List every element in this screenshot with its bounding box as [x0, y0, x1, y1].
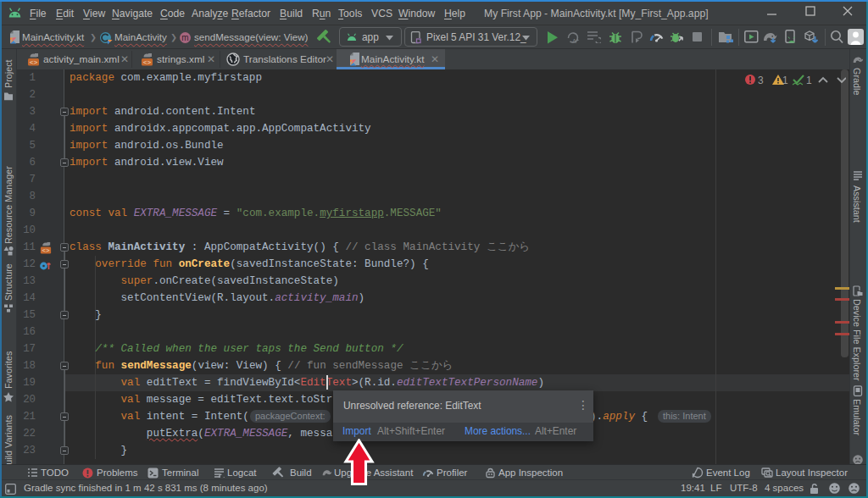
svg-text:1: 1: [782, 75, 788, 86]
svg-text:<>: <>: [143, 58, 152, 66]
svg-text:m: m: [181, 33, 188, 42]
svg-text:<>: <>: [30, 58, 38, 66]
svg-text:<>: <>: [42, 247, 50, 254]
svg-text:A: A: [572, 37, 576, 44]
svg-text:1: 1: [806, 75, 812, 86]
svg-text:3: 3: [758, 75, 764, 86]
